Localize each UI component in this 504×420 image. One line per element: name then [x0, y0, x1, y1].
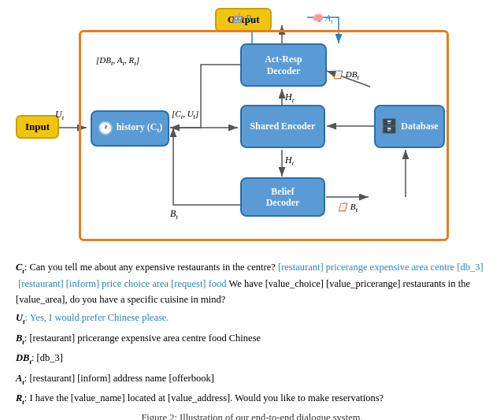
ut-arrow-label: Ut [55, 109, 64, 121]
dbt-diag-label: 📋 DBt [332, 69, 359, 81]
bt-right-label: 📋 Bt [337, 202, 358, 214]
ct-paragraph: Ct: Can you tell me about any expensive … [16, 260, 488, 307]
diagram-area: Input Output 🕐 history (Ct) Shared Encod… [16, 8, 488, 252]
input-node: Input [16, 115, 59, 139]
dbt-paragraph: DBt: [db_3] [16, 351, 488, 367]
ct-ut-label: [Ct, Ut] [172, 109, 198, 121]
ut-text: : Yes, I would prefer Chinese please. [25, 312, 169, 323]
figure-caption: Figure 2: Illustration of our end-to-end… [16, 412, 488, 420]
history-label: history (Ct) [117, 121, 163, 135]
ut-paragraph: Ut: Yes, I would prefer Chinese please. [16, 310, 488, 327]
database-label: Database [401, 121, 438, 132]
rt-paragraph: Rt: I have the [value_name] located at [… [16, 391, 488, 407]
input-label: Input [25, 121, 50, 133]
bt-text: : [restaurant] pricerange expensive area… [24, 333, 261, 344]
act-resp-label: Act-RespDecoder [265, 54, 302, 76]
belief-label: BeliefDecoder [266, 186, 300, 209]
bt-paragraph: Bt: [restaurant] pricerange expensive ar… [16, 331, 488, 348]
dbt-text: : [db_3] [32, 352, 63, 363]
belief-decoder-node: BeliefDecoder [240, 177, 325, 217]
rt-text: : I have the [value_name] located at [va… [24, 392, 384, 403]
db-a-r-label: [DBt, At, Rt] [96, 55, 139, 67]
rt-label: 🤖 Rt [232, 13, 254, 25]
ct-text1: : Can you tell me about any expensive re… [24, 262, 278, 273]
at-paragraph: At: [restaurant] [inform] address name [… [16, 371, 488, 388]
shared-encoder-node: Shared Encoder [240, 105, 325, 148]
database-node: 🗄️ Database [374, 105, 445, 148]
text-content: Ct: Can you tell me about any expensive … [16, 260, 488, 407]
shared-encoder-label: Shared Encoder [250, 121, 316, 132]
ht-top-label: Ht [285, 91, 294, 104]
at-text: : [restaurant] [inform] address name [of… [24, 373, 214, 384]
at-label: 🧠 At [311, 13, 333, 25]
bt-left-label: Bt [170, 208, 178, 221]
act-resp-decoder-node: Act-RespDecoder [240, 43, 327, 87]
ht-bot-label: Ht [285, 154, 294, 167]
history-node: 🕐 history (Ct) [91, 110, 169, 147]
